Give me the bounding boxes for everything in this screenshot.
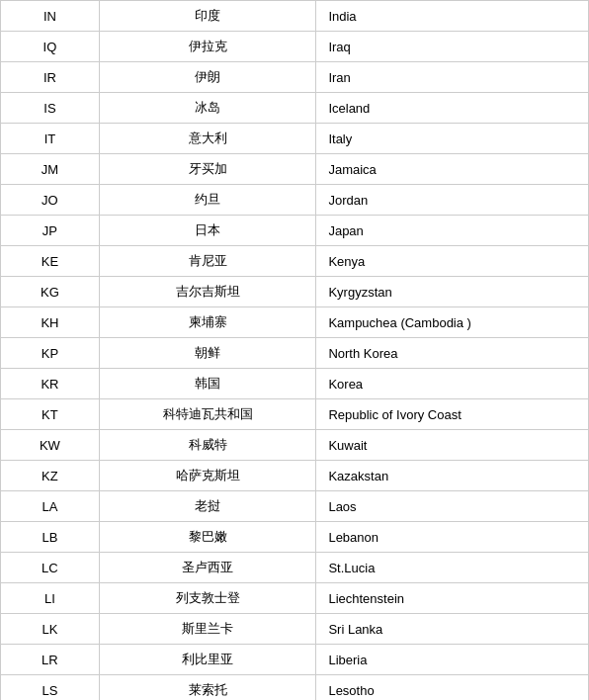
- country-english: St.Lucia: [316, 553, 589, 583]
- country-code: IN: [1, 1, 100, 32]
- table-row: KP 朝鲜 North Korea: [1, 338, 589, 369]
- country-chinese: 约旦: [99, 185, 316, 216]
- country-code: KE: [1, 246, 100, 277]
- country-english: Japan: [316, 216, 589, 246]
- table-row: KT 科特迪瓦共和国 Republic of Ivory Coast: [1, 399, 589, 430]
- country-chinese: 莱索托: [99, 675, 316, 701]
- country-chinese: 哈萨克斯坦: [99, 461, 316, 491]
- country-english: Liechtenstein: [316, 583, 589, 614]
- table-row: IS 冰岛 Iceland: [1, 93, 589, 124]
- country-table: IN 印度 India IQ 伊拉克 Iraq IR 伊朗 Iran IS 冰岛…: [0, 0, 589, 700]
- country-code: KH: [1, 307, 100, 338]
- country-english: Kampuchea (Cambodia ): [316, 307, 589, 338]
- country-chinese: 伊拉克: [99, 32, 316, 62]
- country-chinese: 列支敦士登: [99, 583, 316, 614]
- table-row: JO 约旦 Jordan: [1, 185, 589, 216]
- country-code: JM: [1, 154, 100, 185]
- country-chinese: 伊朗: [99, 62, 316, 93]
- country-chinese: 科特迪瓦共和国: [99, 399, 316, 430]
- country-english: Iran: [316, 62, 589, 93]
- country-english: Iceland: [316, 93, 589, 124]
- country-chinese: 肯尼亚: [99, 246, 316, 277]
- table-row: LK 斯里兰卡 Sri Lanka: [1, 614, 589, 645]
- table-row: KZ 哈萨克斯坦 Kazakstan: [1, 461, 589, 491]
- country-code: LC: [1, 553, 100, 583]
- country-chinese: 牙买加: [99, 154, 316, 185]
- table-row: LI 列支敦士登 Liechtenstein: [1, 583, 589, 614]
- table-row: KR 韩国 Korea: [1, 369, 589, 399]
- country-english: Laos: [316, 491, 589, 522]
- country-english: Liberia: [316, 645, 589, 675]
- country-english: Republic of Ivory Coast: [316, 399, 589, 430]
- country-chinese: 柬埔寨: [99, 307, 316, 338]
- country-english: Kenya: [316, 246, 589, 277]
- country-code: KW: [1, 430, 100, 461]
- country-chinese: 印度: [99, 1, 316, 32]
- country-code: KZ: [1, 461, 100, 491]
- table-row: JM 牙买加 Jamaica: [1, 154, 589, 185]
- country-chinese: 老挝: [99, 491, 316, 522]
- country-code: IT: [1, 124, 100, 154]
- country-code: JO: [1, 185, 100, 216]
- country-chinese: 冰岛: [99, 93, 316, 124]
- country-chinese: 意大利: [99, 124, 316, 154]
- country-chinese: 朝鲜: [99, 338, 316, 369]
- country-english: Kazakstan: [316, 461, 589, 491]
- country-english: India: [316, 1, 589, 32]
- table-row: LA 老挝 Laos: [1, 491, 589, 522]
- country-chinese: 日本: [99, 216, 316, 246]
- country-code: KP: [1, 338, 100, 369]
- country-english: Lesotho: [316, 675, 589, 701]
- country-chinese: 黎巴嫩: [99, 522, 316, 553]
- country-english: Kyrgyzstan: [316, 277, 589, 307]
- country-code: LR: [1, 645, 100, 675]
- country-english: Italy: [316, 124, 589, 154]
- country-chinese: 韩国: [99, 369, 316, 399]
- table-row: LB 黎巴嫩 Lebanon: [1, 522, 589, 553]
- table-row: KW 科威特 Kuwait: [1, 430, 589, 461]
- country-code: JP: [1, 216, 100, 246]
- table-row: IN 印度 India: [1, 1, 589, 32]
- table-row: IT 意大利 Italy: [1, 124, 589, 154]
- country-code: IS: [1, 93, 100, 124]
- country-chinese: 圣卢西亚: [99, 553, 316, 583]
- country-chinese: 吉尔吉斯坦: [99, 277, 316, 307]
- country-chinese: 科威特: [99, 430, 316, 461]
- country-chinese: 利比里亚: [99, 645, 316, 675]
- country-code: LK: [1, 614, 100, 645]
- table-row: LS 莱索托 Lesotho: [1, 675, 589, 701]
- country-code: IR: [1, 62, 100, 93]
- country-code: LB: [1, 522, 100, 553]
- country-english: Korea: [316, 369, 589, 399]
- table-row: KG 吉尔吉斯坦 Kyrgyzstan: [1, 277, 589, 307]
- country-code: IQ: [1, 32, 100, 62]
- country-english: North Korea: [316, 338, 589, 369]
- table-row: IQ 伊拉克 Iraq: [1, 32, 589, 62]
- table-row: KE 肯尼亚 Kenya: [1, 246, 589, 277]
- country-code: LS: [1, 675, 100, 701]
- country-code: LI: [1, 583, 100, 614]
- country-code: KT: [1, 399, 100, 430]
- country-english: Jamaica: [316, 154, 589, 185]
- country-english: Jordan: [316, 185, 589, 216]
- table-row: IR 伊朗 Iran: [1, 62, 589, 93]
- country-english: Lebanon: [316, 522, 589, 553]
- country-chinese: 斯里兰卡: [99, 614, 316, 645]
- country-english: Iraq: [316, 32, 589, 62]
- table-row: KH 柬埔寨 Kampuchea (Cambodia ): [1, 307, 589, 338]
- table-row: JP 日本 Japan: [1, 216, 589, 246]
- table-row: LC 圣卢西亚 St.Lucia: [1, 553, 589, 583]
- country-code: KG: [1, 277, 100, 307]
- table-row: LR 利比里亚 Liberia: [1, 645, 589, 675]
- country-english: Kuwait: [316, 430, 589, 461]
- country-code: KR: [1, 369, 100, 399]
- country-code: LA: [1, 491, 100, 522]
- country-english: Sri Lanka: [316, 614, 589, 645]
